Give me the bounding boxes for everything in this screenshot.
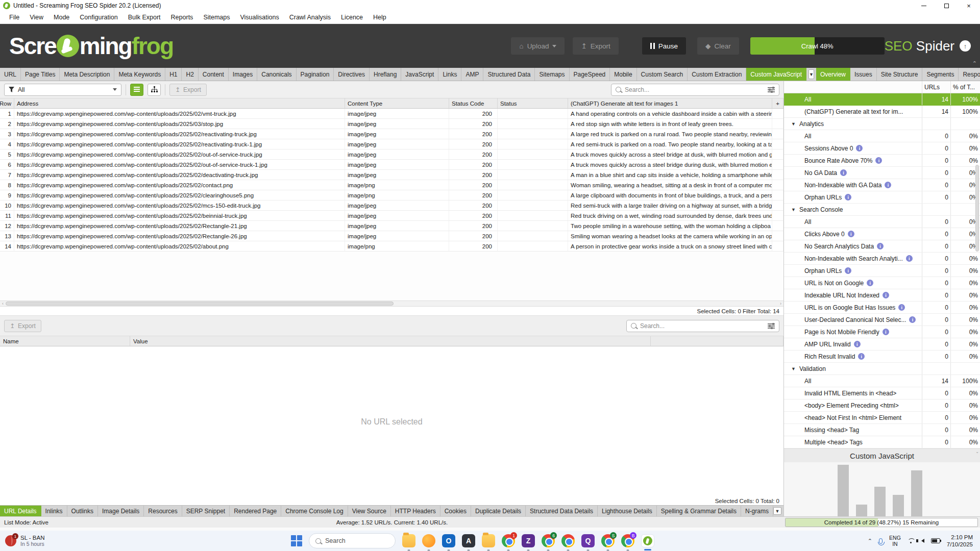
menu-item-crawl-analysis[interactable]: Crawl Analysis <box>284 12 336 23</box>
sidebar-item-all[interactable]: All14100% <box>784 93 980 106</box>
search-options-icon[interactable] <box>768 323 775 329</box>
sidebar-item-all[interactable]: All00% <box>784 216 980 228</box>
add-column-button[interactable]: + <box>772 98 783 108</box>
sidebar-item-multiple-head-tags[interactable]: Multiple <head> Tags00% <box>784 436 980 448</box>
tab-javascript[interactable]: JavaScript <box>401 68 438 81</box>
sidebar-item-bounce-rate-above-70[interactable]: Bounce Rate Above 70%i00% <box>784 155 980 167</box>
minimize-button[interactable] <box>913 0 935 11</box>
sidebar-item-all[interactable]: All14100% <box>784 375 980 387</box>
tab-meta-keywords[interactable]: Meta Keywords <box>114 68 165 81</box>
sidebar-item-sessions-above-0[interactable]: Sessions Above 0i00% <box>784 142 980 155</box>
detail-tab-image-details[interactable]: Image Details <box>98 506 144 516</box>
scroll-down-arrow-icon[interactable]: ⌄ <box>975 449 979 454</box>
menu-item-sitemaps[interactable]: Sitemaps <box>198 12 235 23</box>
info-icon[interactable]: i <box>885 182 891 188</box>
wifi-icon[interactable] <box>908 538 915 543</box>
horizontal-scrollbar[interactable]: ‹ › <box>0 300 783 307</box>
cell-address[interactable]: https://dcgrevamp.wpenginepowered.com/wp… <box>14 180 345 190</box>
taskbar-widget[interactable]: 1 SL - BAN In 5 hours <box>0 535 77 547</box>
detail-tab-n-grams[interactable]: N-grams <box>741 506 773 516</box>
sidebar-group-validation[interactable]: ▼Validation <box>784 363 980 375</box>
table-row[interactable]: 12https://dcgrevamp.wpenginepowered.com/… <box>0 221 783 231</box>
filter-dropdown[interactable]: All <box>4 84 121 96</box>
table-row[interactable]: 1https://dcgrevamp.wpenginepowered.com/w… <box>0 109 783 119</box>
info-icon[interactable]: i <box>854 341 861 347</box>
column-header-address[interactable]: Address <box>14 98 345 108</box>
scrollbar-thumb[interactable] <box>6 302 394 306</box>
detail-tab-url-details[interactable]: URL Details <box>0 506 41 516</box>
info-icon[interactable]: i <box>875 157 882 164</box>
sidebar-group-search-console[interactable]: ▼Search Console <box>784 204 980 216</box>
battery-icon[interactable] <box>931 538 940 543</box>
sidebar-item-clicks-above-0[interactable]: Clicks Above 0i00% <box>784 228 980 240</box>
sidebar-item-user-declared-canonical-not-selec[interactable]: User-Declared Canonical Not Selec...i00% <box>784 314 980 326</box>
tree-view-button[interactable] <box>148 84 161 96</box>
table-row[interactable]: 9https://dcgrevamp.wpenginepowered.com/w… <box>0 190 783 201</box>
panel-tab-site-structure[interactable]: Site Structure <box>877 68 923 81</box>
sidebar-item-orphan-urls[interactable]: Orphan URLsi00% <box>784 265 980 277</box>
collapse-triangle-icon[interactable]: ▼ <box>791 366 796 371</box>
tab-structured-data[interactable]: Structured Data <box>483 68 535 81</box>
detail-tab-view-source[interactable]: View Source <box>348 506 391 516</box>
tab-links[interactable]: Links <box>438 68 461 81</box>
tab-directives[interactable]: Directives <box>334 68 370 81</box>
cell-address[interactable]: https://dcgrevamp.wpenginepowered.com/wp… <box>14 241 345 251</box>
tab-hreflang[interactable]: Hreflang <box>370 68 401 81</box>
table-row[interactable]: 14https://dcgrevamp.wpenginepowered.com/… <box>0 241 783 252</box>
sidebar-item-url-is-not-on-google[interactable]: URL is Not on Googlei00% <box>784 277 980 289</box>
chrome-profile-1-icon[interactable]: 1 <box>502 534 515 547</box>
table-row[interactable]: 6https://dcgrevamp.wpenginepowered.com/w… <box>0 160 783 170</box>
menu-item-mode[interactable]: Mode <box>48 12 75 23</box>
cell-address[interactable]: https://dcgrevamp.wpenginepowered.com/wp… <box>14 190 345 200</box>
tab-sitemaps[interactable]: Sitemaps <box>535 68 569 81</box>
table-row[interactable]: 8https://dcgrevamp.wpenginepowered.com/w… <box>0 180 783 190</box>
tab-pagination[interactable]: Pagination <box>297 68 334 81</box>
sidebar-item-rich-result-invalid[interactable]: Rich Result Invalidi00% <box>784 350 980 363</box>
firefox-icon[interactable] <box>422 534 435 547</box>
menu-item-file[interactable]: File <box>4 12 24 23</box>
menu-item-reports[interactable]: Reports <box>166 12 199 23</box>
table-export-button[interactable]: ↥ Export <box>169 84 207 96</box>
detail-tab-spelling-grammar-details[interactable]: Spelling & Grammar Details <box>657 506 741 516</box>
tab-custom-extraction[interactable]: Custom Extraction <box>688 68 746 81</box>
table-row[interactable]: 13https://dcgrevamp.wpenginepowered.com/… <box>0 231 783 241</box>
sidebar-item-non-indexable-with-search-analyti[interactable]: Non-Indexable with Search Analyti...i00% <box>784 253 980 265</box>
tab-h1[interactable]: H1 <box>165 68 182 81</box>
scroll-right-arrow-icon[interactable]: › <box>780 301 781 306</box>
table-row[interactable]: 2https://dcgrevamp.wpenginepowered.com/w… <box>0 119 783 129</box>
table-row[interactable]: 3https://dcgrevamp.wpenginepowered.com/w… <box>0 129 783 139</box>
cell-address[interactable]: https://dcgrevamp.wpenginepowered.com/wp… <box>14 211 345 220</box>
sidebar-item-page-is-not-mobile-friendly[interactable]: Page is Not Mobile Friendlyi00% <box>784 326 980 338</box>
detail-export-button[interactable]: ↥ Export <box>4 320 41 332</box>
sidebar-group-analytics[interactable]: ▼Analytics <box>784 118 980 130</box>
start-button[interactable] <box>291 535 302 546</box>
menu-item-help[interactable]: Help <box>368 12 391 23</box>
column-header-alt-text[interactable]: (ChatGPT) Generate alt text for images 1 <box>568 98 772 108</box>
panel-tab-overview[interactable]: Overview <box>816 68 850 81</box>
detail-tab-duplicate-details[interactable]: Duplicate Details <box>471 506 526 516</box>
microphone-icon[interactable] <box>879 538 883 544</box>
sidebar-item-body-element-preceding-html[interactable]: <body> Element Preceding <html>00% <box>784 399 980 412</box>
detail-tab-inlinks[interactable]: Inlinks <box>41 506 67 516</box>
maximize-button[interactable] <box>935 0 958 11</box>
detail-tab-cookies[interactable]: Cookies <box>440 506 471 516</box>
list-view-button[interactable] <box>130 84 143 96</box>
panel-tab-issues[interactable]: Issues <box>850 68 877 81</box>
tab-meta-description[interactable]: Meta Description <box>60 68 114 81</box>
detail-tab-http-headers[interactable]: HTTP Headers <box>391 506 440 516</box>
cell-address[interactable]: https://dcgrevamp.wpenginepowered.com/wp… <box>14 221 345 231</box>
screaming-frog-icon[interactable] <box>641 534 654 547</box>
cell-address[interactable]: https://dcgrevamp.wpenginepowered.com/wp… <box>14 119 345 129</box>
column-header-row[interactable]: Row <box>0 98 14 108</box>
chrome-profile-2-icon[interactable]: 6 <box>542 534 555 547</box>
sidebar-item-chatgpt-generate-alt-text-for-im[interactable]: (ChatGPT) Generate alt text for im...141… <box>784 106 980 118</box>
info-icon[interactable]: i <box>845 194 851 201</box>
info-icon[interactable]: i <box>883 329 889 335</box>
speaker-icon[interactable] <box>921 539 924 543</box>
cell-address[interactable]: https://dcgrevamp.wpenginepowered.com/wp… <box>14 109 345 118</box>
collapse-triangle-icon[interactable]: ▼ <box>791 121 796 127</box>
tab-custom-javascript[interactable]: Custom JavaScript <box>746 68 806 81</box>
detail-tab-resources[interactable]: Resources <box>144 506 182 516</box>
detail-tab-outlinks[interactable]: Outlinks <box>67 506 98 516</box>
cell-address[interactable]: https://dcgrevamp.wpenginepowered.com/wp… <box>14 201 345 210</box>
